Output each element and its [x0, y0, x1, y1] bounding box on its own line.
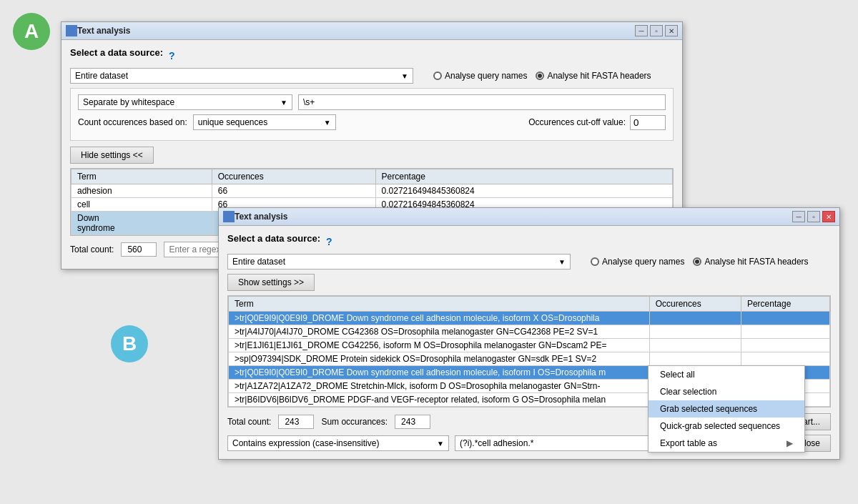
- window-a-radio-fasta[interactable]: Analyse hit FASTA headers: [536, 71, 651, 81]
- window-a-cutoff-row: Occurences cut-off value:: [342, 115, 666, 130]
- window-a-header-row: Select a data source: ?: [70, 47, 674, 64]
- context-menu-select-all[interactable]: Select all: [649, 366, 804, 383]
- context-menu-grab-sequences[interactable]: Grab selected sequences: [649, 400, 804, 417]
- window-b-restore[interactable]: ▫: [807, 211, 820, 222]
- window-b-table-row[interactable]: >sp|O97394|SDK_DROME Protein sidekick OS…: [229, 352, 830, 366]
- window-a-restore[interactable]: ▫: [650, 25, 663, 36]
- window-b-sum-label: Sum occurances:: [321, 417, 388, 427]
- window-a-datasource-dropdown[interactable]: Entire dataset ▼: [70, 68, 413, 84]
- window-a-total-label: Total count:: [70, 244, 114, 255]
- context-menu: Select all Clear selection Grab selected…: [648, 365, 805, 453]
- circle-a-label: A: [13, 13, 50, 50]
- window-a-radio-query[interactable]: Analyse query names: [433, 71, 527, 81]
- window-a-count-row: Count occurences based on: unique sequen…: [78, 114, 666, 130]
- window-b-sum-value: 243: [395, 415, 430, 429]
- circle-b-label: B: [111, 325, 148, 362]
- window-a-separate-row: Separate by whitespace ▼ \s+: [78, 94, 666, 110]
- window-a-col-occurences: Occurences: [212, 169, 375, 184]
- window-a-icon: [66, 25, 77, 36]
- window-a-table-row[interactable]: adhesion660.027216494845360824: [72, 184, 673, 198]
- window-b-col-percentage: Percentage: [741, 297, 829, 312]
- window-b-show-settings-btn[interactable]: Show settings >>: [227, 274, 315, 291]
- window-a-settings-panel: Separate by whitespace ▼ \s+ Count occur…: [70, 88, 674, 141]
- window-b-help[interactable]: ?: [326, 236, 332, 247]
- window-a-buttons: ─ ▫ ✕: [635, 25, 678, 36]
- window-a-minimize[interactable]: ─: [635, 25, 648, 36]
- window-a-title: Text analysis: [77, 26, 635, 36]
- window-a-radio-query-btn[interactable]: [433, 71, 442, 80]
- window-b-total-value: 243: [278, 415, 314, 429]
- window-b-datasource-dropdown[interactable]: Entire dataset ▼: [227, 254, 571, 270]
- window-b-radio-query[interactable]: Analyse query names: [591, 257, 684, 267]
- window-a-col-term: Term: [72, 169, 212, 184]
- window-a-count-label: Count occurences based on:: [78, 117, 187, 127]
- window-a-hide-settings-btn[interactable]: Hide settings <<: [70, 147, 154, 164]
- window-a-datasource-row: Entire dataset ▼ Analyse query names Ana…: [70, 68, 674, 84]
- window-b-col-term: Term: [229, 297, 650, 312]
- window-a-regex-input[interactable]: \s+: [298, 94, 666, 110]
- window-a-titlebar: Text analysis ─ ▫ ✕: [61, 22, 682, 40]
- window-a-close[interactable]: ✕: [665, 25, 678, 36]
- window-b-source-label: Select a data source:: [227, 233, 320, 244]
- window-a-radio-group: Analyse query names Analyse hit FASTA he…: [433, 71, 651, 81]
- context-menu-export-table[interactable]: Export table as ▶: [649, 435, 804, 452]
- window-a-radio-fasta-btn[interactable]: [536, 71, 544, 80]
- window-b-buttons: ─ ▫ ✕: [792, 211, 835, 222]
- window-a-separate-dropdown[interactable]: Separate by whitespace ▼: [78, 94, 292, 110]
- window-a-source-label: Select a data source:: [70, 47, 163, 58]
- window-b: Text analysis ─ ▫ ✕ Select a data source…: [218, 207, 840, 460]
- window-a-help[interactable]: ?: [169, 50, 175, 61]
- window-b-title: Text analysis: [235, 212, 792, 222]
- window-b-minimize[interactable]: ─: [792, 211, 805, 222]
- window-b-radio-group: Analyse query names Analyse hit FASTA he…: [591, 257, 809, 267]
- window-b-table-row[interactable]: >tr|Q0E9I9|Q0E9I9_DROME Down syndrome ce…: [229, 312, 830, 325]
- context-menu-quick-grab[interactable]: Quick-grab selected sequences: [649, 417, 804, 435]
- window-b-table-row[interactable]: >tr|E1JI61|E1JI61_DROME CG42256, isoform…: [229, 339, 830, 352]
- window-b-close-btn[interactable]: ✕: [822, 211, 835, 222]
- window-a-cutoff-input[interactable]: [630, 115, 666, 130]
- window-b-total-label: Total count:: [227, 417, 271, 427]
- window-a-total-value: 560: [121, 242, 157, 257]
- window-a-hide-settings-row: Hide settings <<: [70, 147, 674, 164]
- window-b-radio-query-btn[interactable]: [591, 257, 599, 266]
- window-a-count-dropdown[interactable]: unique sequences ▼: [193, 114, 336, 130]
- window-b-table-row[interactable]: >tr|A4IJ70|A4IJ70_DROME CG42368 OS=Droso…: [229, 325, 830, 339]
- window-b-radio-fasta[interactable]: Analyse hit FASTA headers: [693, 257, 808, 267]
- window-a-col-percentage: Percentage: [375, 169, 672, 184]
- window-b-show-settings-row: Show settings >>: [227, 274, 831, 291]
- window-b-radio-fasta-btn[interactable]: [693, 257, 701, 266]
- context-menu-export-arrow: ▶: [786, 438, 793, 448]
- window-b-col-occurences: Occurences: [649, 297, 741, 312]
- window-b-icon: [223, 211, 235, 222]
- context-menu-clear-selection[interactable]: Clear selection: [649, 383, 804, 400]
- window-b-titlebar: Text analysis ─ ▫ ✕: [219, 208, 839, 226]
- window-b-header-row: Select a data source: ?: [227, 233, 831, 249]
- window-b-filter-dropdown[interactable]: Contains expression (case-insensitive) ▼: [227, 435, 449, 451]
- window-b-datasource-row: Entire dataset ▼ Analyse query names Ana…: [227, 254, 831, 270]
